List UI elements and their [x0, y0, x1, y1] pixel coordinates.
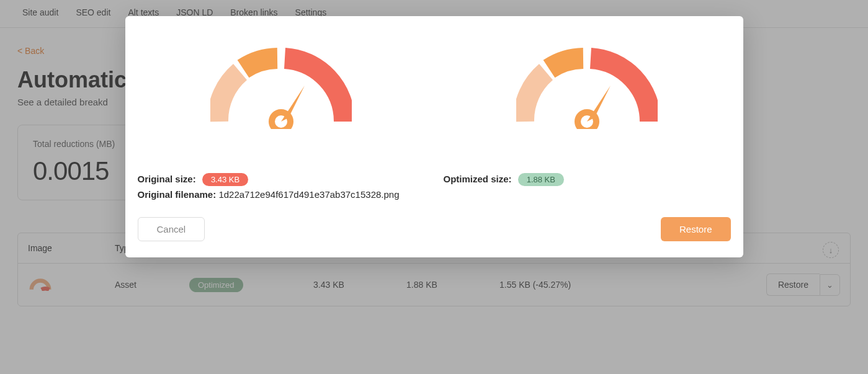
modal-overlay[interactable]: Original size: 3.43 KB Original filename… [0, 0, 868, 374]
optimized-size-pill: 1.88 KB [518, 173, 564, 186]
original-size-row: Original size: 3.43 KB [138, 174, 425, 184]
original-size-label: Original size: [138, 174, 196, 184]
filename-label: Original filename: [138, 189, 217, 200]
optimized-column: Optimized size: 1.88 KB [444, 46, 731, 200]
original-size-pill: 3.43 KB [202, 173, 248, 186]
image-compare-modal: Original size: 3.43 KB Original filename… [125, 16, 743, 257]
original-column: Original size: 3.43 KB Original filename… [138, 46, 425, 200]
original-image-preview [138, 46, 425, 129]
optimized-size-label: Optimized size: [444, 174, 512, 184]
filename-row: Original filename: 1d22a712e94f617d491e3… [138, 189, 425, 200]
filename-value: 1d22a712e94f617d491e37ab37c15328.png [218, 189, 399, 200]
optimized-size-row: Optimized size: 1.88 KB [444, 174, 731, 184]
modal-footer: Cancel Restore [125, 206, 743, 241]
optimized-image-preview [444, 46, 731, 129]
restore-button[interactable]: Restore [661, 217, 731, 241]
cancel-button[interactable]: Cancel [138, 217, 205, 241]
